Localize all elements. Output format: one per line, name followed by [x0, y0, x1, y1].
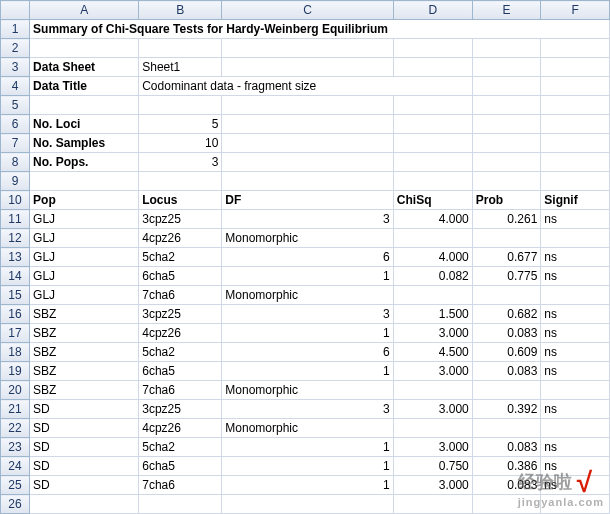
title-cell[interactable]: Summary of Chi-Square Tests for Hardy-We… — [30, 20, 610, 39]
row-header-21[interactable]: 21 — [1, 400, 30, 419]
cell-chisq[interactable] — [393, 286, 472, 305]
row-header-24[interactable]: 24 — [1, 457, 30, 476]
select-all-corner[interactable] — [1, 1, 30, 20]
cell-locus[interactable]: 6cha5 — [139, 362, 222, 381]
cell-df[interactable]: 3 — [222, 305, 393, 324]
cell-prob[interactable] — [472, 229, 541, 248]
cell-signif[interactable]: ns — [541, 248, 610, 267]
empty-cell[interactable] — [30, 495, 139, 514]
empty-cell[interactable] — [541, 77, 610, 96]
cell-signif[interactable] — [541, 286, 610, 305]
cell-chisq[interactable]: 3.000 — [393, 324, 472, 343]
empty-cell[interactable] — [472, 115, 541, 134]
cell-signif[interactable]: ns — [541, 457, 610, 476]
label-datasheet[interactable]: Data Sheet — [30, 58, 139, 77]
row-header-25[interactable]: 25 — [1, 476, 30, 495]
cell-pop[interactable]: SBZ — [30, 381, 139, 400]
col-header-F[interactable]: F — [541, 1, 610, 20]
empty-cell[interactable] — [393, 134, 472, 153]
label-nopops[interactable]: No. Pops. — [30, 153, 139, 172]
empty-cell[interactable] — [30, 39, 139, 58]
empty-cell[interactable] — [541, 58, 610, 77]
row-header-6[interactable]: 6 — [1, 115, 30, 134]
cell-pop[interactable]: SD — [30, 476, 139, 495]
cell-prob[interactable] — [472, 381, 541, 400]
row-header-23[interactable]: 23 — [1, 438, 30, 457]
cell-locus[interactable]: 3cpz25 — [139, 400, 222, 419]
empty-cell[interactable] — [541, 153, 610, 172]
empty-cell[interactable] — [222, 115, 393, 134]
cell-chisq[interactable]: 3.000 — [393, 362, 472, 381]
cell-pop[interactable]: GLJ — [30, 229, 139, 248]
empty-cell[interactable] — [222, 495, 393, 514]
label-noloci[interactable]: No. Loci — [30, 115, 139, 134]
empty-cell[interactable] — [30, 172, 139, 191]
empty-cell[interactable] — [472, 77, 541, 96]
cell-prob[interactable]: 0.775 — [472, 267, 541, 286]
cell-signif[interactable]: ns — [541, 400, 610, 419]
empty-cell[interactable] — [541, 96, 610, 115]
row-header-11[interactable]: 11 — [1, 210, 30, 229]
hdr-df[interactable]: DF — [222, 191, 393, 210]
cell-pop[interactable]: GLJ — [30, 248, 139, 267]
cell-pop[interactable]: SBZ — [30, 362, 139, 381]
label-nosamples[interactable]: No. Samples — [30, 134, 139, 153]
cell-pop[interactable]: SD — [30, 457, 139, 476]
cell-df[interactable]: 1 — [222, 457, 393, 476]
cell-pop[interactable]: GLJ — [30, 267, 139, 286]
empty-cell[interactable] — [472, 495, 541, 514]
cell-locus[interactable]: 4cpz26 — [139, 324, 222, 343]
cell-chisq[interactable]: 4.000 — [393, 210, 472, 229]
value-datatitle[interactable]: Codominant data - fragment size — [139, 77, 473, 96]
cell-pop[interactable]: SD — [30, 419, 139, 438]
value-noloci[interactable]: 5 — [139, 115, 222, 134]
cell-prob[interactable]: 0.083 — [472, 324, 541, 343]
hdr-locus[interactable]: Locus — [139, 191, 222, 210]
empty-cell[interactable] — [472, 134, 541, 153]
cell-signif[interactable] — [541, 419, 610, 438]
empty-cell[interactable] — [222, 39, 393, 58]
cell-df[interactable]: 1 — [222, 438, 393, 457]
value-nopops[interactable]: 3 — [139, 153, 222, 172]
cell-chisq[interactable]: 4.500 — [393, 343, 472, 362]
cell-prob[interactable]: 0.682 — [472, 305, 541, 324]
cell-pop[interactable]: SBZ — [30, 343, 139, 362]
cell-signif[interactable] — [541, 381, 610, 400]
cell-df[interactable]: Monomorphic — [222, 286, 393, 305]
cell-locus[interactable]: 5cha2 — [139, 438, 222, 457]
cell-locus[interactable]: 6cha5 — [139, 267, 222, 286]
empty-cell[interactable] — [541, 39, 610, 58]
cell-chisq[interactable]: 3.000 — [393, 400, 472, 419]
empty-cell[interactable] — [393, 495, 472, 514]
empty-cell[interactable] — [222, 58, 393, 77]
col-header-D[interactable]: D — [393, 1, 472, 20]
cell-prob[interactable]: 0.261 — [472, 210, 541, 229]
empty-cell[interactable] — [541, 115, 610, 134]
cell-locus[interactable]: 5cha2 — [139, 248, 222, 267]
row-header-1[interactable]: 1 — [1, 20, 30, 39]
col-header-A[interactable]: A — [30, 1, 139, 20]
cell-locus[interactable]: 7cha6 — [139, 381, 222, 400]
cell-chisq[interactable]: 4.000 — [393, 248, 472, 267]
cell-df[interactable]: 1 — [222, 476, 393, 495]
row-header-12[interactable]: 12 — [1, 229, 30, 248]
cell-prob[interactable] — [472, 419, 541, 438]
row-header-26[interactable]: 26 — [1, 495, 30, 514]
cell-df[interactable]: 6 — [222, 343, 393, 362]
cell-chisq[interactable]: 3.000 — [393, 476, 472, 495]
row-header-20[interactable]: 20 — [1, 381, 30, 400]
value-datasheet[interactable]: Sheet1 — [139, 58, 222, 77]
empty-cell[interactable] — [472, 58, 541, 77]
cell-pop[interactable]: GLJ — [30, 286, 139, 305]
cell-pop[interactable]: SD — [30, 438, 139, 457]
row-header-4[interactable]: 4 — [1, 77, 30, 96]
empty-cell[interactable] — [222, 172, 393, 191]
row-header-17[interactable]: 17 — [1, 324, 30, 343]
cell-pop[interactable]: GLJ — [30, 210, 139, 229]
cell-prob[interactable]: 0.083 — [472, 476, 541, 495]
row-header-13[interactable]: 13 — [1, 248, 30, 267]
cell-locus[interactable]: 4cpz26 — [139, 229, 222, 248]
col-header-C[interactable]: C — [222, 1, 393, 20]
cell-locus[interactable]: 3cpz25 — [139, 305, 222, 324]
cell-prob[interactable]: 0.083 — [472, 362, 541, 381]
